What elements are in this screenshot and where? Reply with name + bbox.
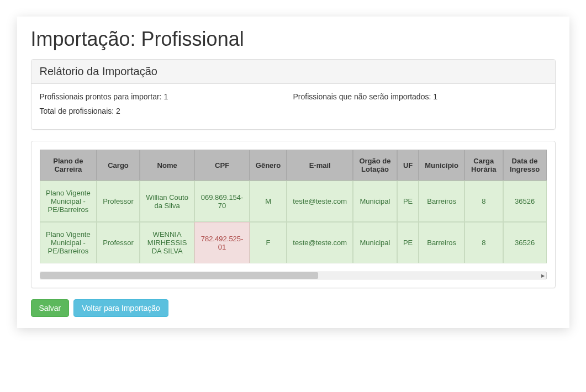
stats-total: Total de profissionais: 2 [40,107,547,115]
table-row: Plano Vigente Municipal - PE/BarreirosPr… [40,181,547,222]
cell-orgao: Municipal [353,181,397,222]
cell-orgao: Municipal [353,222,397,263]
report-panel-body: Profissionais prontos para importar: 1 P… [31,84,555,129]
scroll-right-icon[interactable]: ▶ [541,273,545,278]
stats-row-1: Profissionais prontos para importar: 1 P… [40,92,547,101]
main-container: Importação: Profissional Relátorio da Im… [17,17,569,328]
cell-cpf: 069.869.154-70 [194,181,249,222]
col-data: Data de Ingresso [503,150,547,181]
col-genero: Gênero [250,150,287,181]
cell-uf: PE [397,222,419,263]
cell-uf: PE [397,181,419,222]
cell-plano: Plano Vigente Municipal - PE/Barreiros [40,222,97,263]
col-email: E-mail [287,150,353,181]
col-carga: Carga Horária [464,150,503,181]
save-button[interactable]: Salvar [31,299,70,317]
cell-genero: M [250,181,287,222]
cell-data: 36526 [503,222,547,263]
col-municipio: Município [419,150,464,181]
cell-plano: Plano Vigente Municipal - PE/Barreiros [40,181,97,222]
table-header-row: Plano de Carreira Cargo Nome CPF Gênero … [40,150,547,181]
table-row: Plano Vigente Municipal - PE/BarreirosPr… [40,222,547,263]
cell-genero: F [250,222,287,263]
cell-nome: WENNIA MIRHESSIS DA SILVA [140,222,195,263]
col-cargo: Cargo [97,150,140,181]
scrollbar-thumb[interactable] [40,272,319,279]
back-button[interactable]: Voltar para Importação [73,299,168,317]
cell-municipio: Barreiros [419,181,464,222]
page-title: Importação: Profissional [31,28,556,51]
stats-ready: Profissionais prontos para importar: 1 [40,92,293,101]
cell-nome: Willian Couto da Silva [140,181,195,222]
cell-email: teste@teste.com [287,222,353,263]
table-scroll-area[interactable]: Plano de Carreira Cargo Nome CPF Gênero … [40,150,547,269]
report-title: Relátorio da Importação [40,65,547,78]
stats-not-imported: Profissionais que não serão importados: … [293,92,547,101]
col-cpf: CPF [194,150,249,181]
cell-carga: 8 [464,181,503,222]
col-nome: Nome [140,150,195,181]
stats-row-2: Total de profissionais: 2 [40,107,547,115]
import-table: Plano de Carreira Cargo Nome CPF Gênero … [40,150,547,263]
report-panel-heading: Relátorio da Importação [31,60,555,84]
cell-email: teste@teste.com [287,181,353,222]
col-plano: Plano de Carreira [40,150,97,181]
cell-cargo: Professor [97,181,140,222]
cell-carga: 8 [464,222,503,263]
cell-municipio: Barreiros [419,222,464,263]
cell-data: 36526 [503,181,547,222]
cell-cargo: Professor [97,222,140,263]
table-panel: Plano de Carreira Cargo Nome CPF Gênero … [31,141,556,288]
report-panel: Relátorio da Importação Profissionais pr… [31,59,556,130]
cell-cpf: 782.492.525-01 [194,222,249,263]
col-uf: UF [397,150,419,181]
col-orgao: Orgão de Lotação [353,150,397,181]
horizontal-scrollbar[interactable]: ◀ ▶ [40,272,547,279]
button-row: Salvar Voltar para Importação [31,299,556,317]
